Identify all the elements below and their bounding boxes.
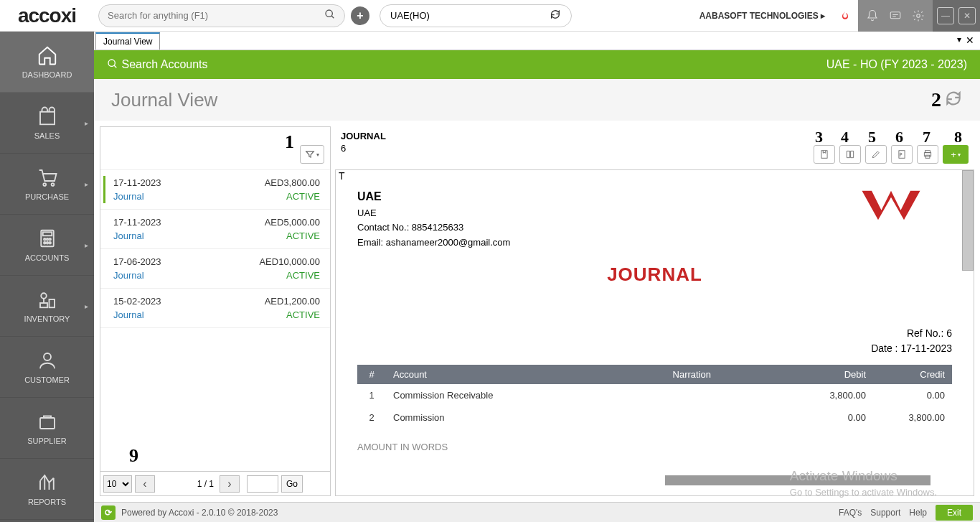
tab-minimize-icon[interactable]: ▾ — [957, 34, 961, 45]
svg-point-18 — [44, 353, 51, 360]
list-item[interactable]: 17-11-2023AED3,800.00 JournalACTIVE — [100, 170, 330, 210]
list-item[interactable]: 17-11-2023AED5,000.00 JournalACTIVE — [100, 210, 330, 249]
svg-point-9 — [44, 238, 46, 241]
svg-point-5 — [43, 183, 46, 186]
tab-journal-view[interactable]: Journal View — [95, 32, 160, 50]
sidebar-item-accounts[interactable]: ACCOUNTS▸ — [0, 215, 94, 276]
bell-icon[interactable] — [862, 6, 882, 26]
svg-point-3 — [917, 14, 920, 17]
print-button[interactable] — [917, 145, 938, 164]
app-logo: accoxi — [0, 0, 94, 32]
journal-entries-table: # Account Narration Debit Credit 1 Commi… — [357, 365, 952, 429]
annotation-7: 7 — [923, 128, 930, 146]
search-icon[interactable] — [324, 9, 336, 23]
table-row: 2 Commission 0.00 3,800.00 — [357, 406, 952, 429]
detail-heading: JOURNAL — [341, 131, 386, 141]
status-bar: ⟳ Powered by Accoxi - 2.0.10 © 2018-2023… — [94, 502, 980, 522]
search-input[interactable] — [108, 10, 324, 21]
add-dropdown-button[interactable]: + ▾ — [943, 145, 969, 164]
chat-icon[interactable] — [885, 6, 905, 26]
list-item[interactable]: 15-02-2023AED1,200.00 JournalACTIVE — [100, 289, 330, 328]
scrollbar-vertical[interactable] — [962, 170, 974, 271]
add-button[interactable]: + — [351, 6, 369, 25]
scrollbar-horizontal[interactable] — [665, 475, 930, 485]
page-goto-input[interactable] — [247, 475, 278, 493]
sidebar-item-dashboard[interactable]: DASHBOARD — [0, 32, 94, 93]
t-marker: T — [339, 170, 345, 182]
amount-in-words-label: AMOUNT IN WORDS — [357, 442, 952, 452]
annotation-9: 9 — [129, 445, 138, 467]
sidebar-item-customer[interactable]: CUSTOMER — [0, 337, 94, 398]
detail-number: 6 — [341, 143, 386, 154]
footer-logo-icon: ⟳ — [101, 505, 116, 520]
svg-rect-4 — [40, 112, 55, 125]
sidebar-item-reports[interactable]: REPORTS — [0, 459, 94, 520]
close-button[interactable]: ✕ — [958, 7, 976, 24]
main-sidebar: DASHBOARD SALES▸ PURCHASE▸ ACCOUNTS▸ INV… — [0, 32, 94, 522]
svg-point-0 — [326, 10, 332, 17]
fire-icon[interactable] — [837, 7, 854, 24]
doc-date: Date : 17-11-2023 — [357, 341, 952, 356]
annotation-6: 6 — [895, 128, 903, 146]
svg-point-11 — [49, 238, 51, 241]
branch-label: UAE(HO) — [390, 10, 550, 21]
sidebar-item-inventory[interactable]: INVENTORY▸ — [0, 276, 94, 337]
tab-strip: Journal View ▾ ✕ — [94, 32, 980, 50]
global-search[interactable] — [98, 4, 345, 27]
company-logo-icon — [859, 187, 923, 226]
tab-close-icon[interactable]: ✕ — [966, 34, 974, 46]
attachment-button[interactable] — [814, 145, 835, 164]
fiscal-context: UAE - HO (FY 2023 - 2023) — [826, 58, 967, 71]
pdf-button[interactable] — [891, 145, 913, 164]
svg-rect-19 — [40, 418, 55, 429]
faqs-link[interactable]: FAQ's — [839, 508, 862, 518]
company-selector[interactable]: AABASOFT TECHNOLOGIES ▸ — [699, 11, 825, 21]
table-row: 1 Commission Receivable 3,800.00 0.00 — [357, 384, 952, 406]
refresh-icon[interactable] — [944, 89, 963, 111]
sidebar-item-purchase[interactable]: PURCHASE▸ — [0, 154, 94, 215]
powered-by: Powered by Accoxi - 2.0.10 © 2018-2023 — [121, 508, 278, 518]
list-item[interactable]: 17-06-2023AED10,000.00 JournalACTIVE — [100, 249, 330, 289]
svg-point-14 — [49, 242, 51, 244]
branch-selector[interactable]: UAE(HO) — [380, 4, 572, 27]
sidebar-item-sales[interactable]: SALES▸ — [0, 93, 94, 154]
svg-rect-17 — [49, 299, 55, 307]
svg-rect-26 — [925, 155, 930, 158]
svg-point-13 — [46, 242, 48, 244]
svg-rect-8 — [42, 232, 52, 236]
help-link[interactable]: Help — [909, 508, 927, 518]
svg-point-12 — [44, 242, 46, 244]
next-page-button[interactable]: › — [220, 475, 240, 493]
document-title: JOURNAL — [357, 264, 952, 286]
journal-detail-panel: JOURNAL 6 3 4 5 6 7 8 + ▾ — [335, 126, 974, 496]
minimize-button[interactable]: — — [937, 7, 954, 24]
support-link[interactable]: Support — [870, 508, 900, 518]
annotation-4: 4 — [841, 128, 849, 146]
gear-icon[interactable] — [908, 6, 928, 26]
sync-icon[interactable] — [550, 9, 561, 22]
pagination: 10 ‹ 1 / 1 › Go — [100, 471, 330, 495]
annotation-2: 2 — [931, 88, 941, 111]
ref-no: Ref No.: 6 — [357, 326, 952, 341]
svg-rect-22 — [821, 151, 827, 159]
go-button[interactable]: Go — [281, 475, 303, 493]
svg-point-10 — [46, 238, 48, 241]
annotation-5: 5 — [868, 128, 876, 146]
annotation-3: 3 — [815, 128, 823, 146]
page-title: Journal View — [111, 89, 217, 111]
svg-line-21 — [114, 65, 116, 67]
book-button[interactable] — [839, 145, 861, 164]
prev-page-button[interactable]: ‹ — [135, 475, 155, 493]
svg-rect-16 — [40, 303, 47, 307]
sidebar-item-supplier[interactable]: SUPPLIER — [0, 398, 94, 459]
page-size-select[interactable]: 10 — [103, 475, 132, 493]
page-indicator: 1 / 1 — [158, 479, 217, 489]
journal-list-panel: 1 ▾ 17-11-2023AED3,800.00 JournalACTIVE … — [100, 126, 331, 496]
annotation-8: 8 — [954, 128, 962, 146]
annotation-1: 1 — [285, 131, 294, 153]
exit-button[interactable]: Exit — [936, 505, 973, 521]
chevron-right-icon: ▸ — [821, 11, 825, 21]
search-accounts-link[interactable]: Search Accounts — [107, 58, 208, 71]
filter-button[interactable]: ▾ — [300, 145, 324, 164]
edit-button[interactable] — [865, 145, 887, 164]
